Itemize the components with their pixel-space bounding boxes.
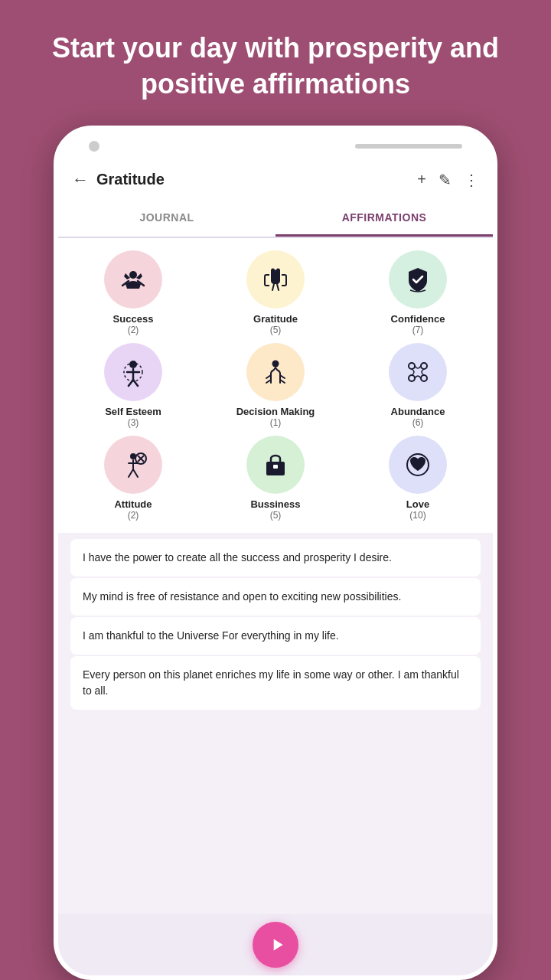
play-button[interactable]	[253, 922, 298, 968]
success-count: (2)	[128, 325, 139, 335]
love-icon-circle	[389, 436, 447, 494]
category-gratitude[interactable]: Gratitude (5)	[208, 250, 343, 335]
bottom-bar	[58, 914, 493, 975]
decision-making-icon-circle	[246, 343, 305, 401]
svg-point-5	[421, 363, 427, 369]
confidence-count: (7)	[412, 325, 424, 335]
notch-bar	[355, 144, 462, 149]
affirmation-3[interactable]: I am thankful to the Universe For everyt…	[70, 617, 481, 655]
header-title: Gratitude	[96, 171, 165, 188]
business-name: Bussiness	[250, 498, 300, 510]
success-name: Success	[113, 313, 154, 325]
success-icon-circle	[104, 250, 162, 309]
header-icons: + ✎ ⋮	[417, 171, 479, 189]
app-content: ← Gratitude + ✎ ⋮ JOURNAL AFFIRMATIONS	[58, 159, 493, 975]
love-name: Love	[406, 498, 429, 510]
self-esteem-count: (3)	[128, 417, 139, 428]
phone-mockup: ← Gratitude + ✎ ⋮ JOURNAL AFFIRMATIONS	[54, 126, 497, 980]
category-business[interactable]: Bussiness (5)	[208, 436, 343, 521]
svg-point-7	[421, 375, 427, 381]
svg-point-3	[272, 360, 279, 367]
attitude-count: (2)	[128, 510, 139, 521]
add-icon[interactable]: +	[417, 171, 426, 188]
more-icon[interactable]: ⋮	[464, 171, 479, 189]
header-left: ← Gratitude	[72, 170, 165, 190]
gratitude-count: (5)	[270, 325, 282, 335]
svg-point-4	[409, 363, 415, 369]
confidence-name: Confidence	[391, 313, 445, 325]
affirmation-2[interactable]: My mind is free of resistance and open t…	[70, 578, 481, 616]
app-header: ← Gratitude + ✎ ⋮	[58, 159, 493, 201]
category-abundance[interactable]: Abundance (6)	[350, 343, 485, 428]
decision-making-count: (1)	[270, 417, 282, 428]
gratitude-name: Gratitude	[253, 313, 298, 325]
tab-journal[interactable]: JOURNAL	[58, 201, 276, 237]
svg-point-0	[129, 271, 137, 279]
business-icon-circle	[246, 436, 305, 494]
tabs: JOURNAL AFFIRMATIONS	[58, 201, 493, 238]
notch-camera	[89, 141, 99, 152]
category-confidence[interactable]: Confidence (7)	[350, 250, 485, 335]
decision-making-name: Decision Making	[236, 406, 315, 417]
svg-point-1	[129, 361, 137, 368]
gratitude-icon-circle	[246, 250, 305, 309]
affirmations-list: I have the power to create all the succe…	[58, 533, 493, 914]
category-attitude[interactable]: Attitude (2)	[66, 436, 201, 521]
tab-affirmations[interactable]: AFFIRMATIONS	[276, 201, 493, 237]
self-esteem-icon-circle	[104, 343, 162, 401]
self-esteem-name: Self Esteem	[105, 406, 161, 417]
abundance-icon-circle	[389, 343, 447, 401]
affirmation-1[interactable]: I have the power to create all the succe…	[70, 539, 481, 577]
attitude-icon-circle	[104, 436, 162, 494]
love-count: (10)	[409, 510, 425, 521]
affirmation-4[interactable]: Every person on this planet enriches my …	[70, 656, 481, 710]
category-decision-making[interactable]: Decision Making (1)	[208, 343, 343, 428]
category-success[interactable]: Success (2)	[66, 250, 201, 335]
phone-notch	[58, 130, 493, 159]
svg-rect-13	[273, 465, 278, 469]
svg-point-6	[409, 375, 415, 381]
abundance-count: (6)	[412, 417, 424, 428]
categories-grid: Success (2) Gratitude (5)	[58, 238, 493, 533]
attitude-name: Attitude	[114, 498, 152, 510]
category-self-esteem[interactable]: Self Esteem (3)	[66, 343, 201, 428]
business-count: (5)	[270, 510, 282, 521]
confidence-icon-circle	[389, 250, 447, 309]
back-button[interactable]: ←	[72, 170, 89, 190]
hero-title: Start your day with prosperity and posit…	[0, 0, 551, 126]
category-love[interactable]: Love (10)	[350, 436, 485, 521]
abundance-name: Abundance	[391, 406, 445, 417]
edit-icon[interactable]: ✎	[439, 171, 452, 189]
